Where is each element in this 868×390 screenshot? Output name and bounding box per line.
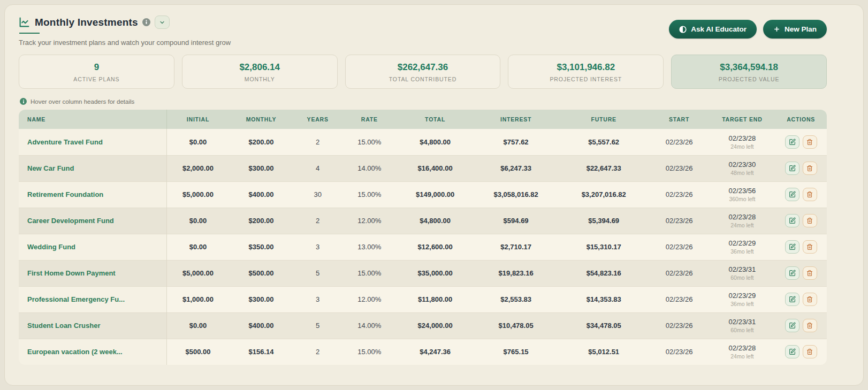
future-cell: $5,012.51 — [559, 339, 649, 365]
delete-plan-button[interactable] — [803, 293, 817, 306]
plan-name-link[interactable]: New Car Fund — [19, 155, 167, 181]
target-end-cell: 02/23/2824mo left — [709, 208, 775, 234]
stat-label: MONTHLY — [187, 76, 333, 82]
plan-name-link[interactable]: First Home Down Payment — [19, 260, 167, 286]
edit-plan-button[interactable] — [785, 162, 800, 175]
stat-value: $3,364,594.18 — [676, 62, 822, 73]
trash-icon — [806, 191, 813, 198]
pencil-square-icon — [789, 191, 796, 198]
total-cell: $16,400.00 — [397, 155, 474, 181]
column-header-total[interactable]: TOTAL — [397, 110, 474, 129]
ask-ai-educator-button[interactable]: Ask AI Educator — [669, 20, 757, 39]
column-header-rate[interactable]: RATE — [342, 110, 397, 129]
delete-plan-button[interactable] — [803, 162, 817, 175]
edit-plan-button[interactable] — [785, 240, 800, 254]
interest-cell: $2,553.83 — [474, 286, 559, 312]
rate-cell: 14.00% — [342, 155, 397, 181]
column-header-target-end[interactable]: TARGET END — [709, 110, 775, 129]
column-header-interest[interactable]: INTEREST — [474, 110, 559, 129]
total-cell: $4,800.00 — [397, 208, 474, 234]
delete-plan-button[interactable] — [803, 240, 817, 254]
start-cell: 02/23/26 — [649, 234, 710, 260]
years-cell: 5 — [293, 260, 342, 286]
total-cell: $4,247.36 — [397, 339, 474, 365]
pencil-square-icon — [789, 348, 796, 355]
plan-row: Retirement Foundation$5,000.00$400.00301… — [19, 181, 827, 208]
target-end-cell: 02/23/56360mo left — [709, 181, 775, 208]
column-header-start[interactable]: START — [649, 110, 710, 129]
edit-plan-button[interactable] — [785, 319, 800, 332]
actions-cell — [775, 129, 827, 155]
years-cell: 30 — [293, 181, 342, 208]
plan-name-link[interactable]: Professional Emergency Fu... — [19, 286, 167, 312]
delete-plan-button[interactable] — [803, 319, 817, 332]
actions-cell — [775, 181, 827, 208]
column-header-future[interactable]: FUTURE — [559, 110, 649, 129]
delete-plan-button[interactable] — [803, 135, 817, 149]
column-header-name[interactable]: NAME — [19, 110, 167, 129]
edit-plan-button[interactable] — [785, 188, 800, 201]
column-header-monthly[interactable]: MONTHLY — [229, 110, 294, 129]
future-cell: $54,823.16 — [559, 260, 649, 286]
plan-name-link[interactable]: Retirement Foundation — [19, 181, 167, 208]
collapse-section-button[interactable] — [155, 16, 170, 29]
line-chart-icon — [19, 17, 31, 28]
edit-plan-button[interactable] — [785, 135, 800, 149]
new-plan-button[interactable]: New Plan — [763, 20, 827, 39]
plus-icon — [773, 26, 780, 33]
start-cell: 02/23/26 — [649, 181, 710, 208]
monthly-cell: $200.00 — [229, 208, 294, 234]
delete-plan-button[interactable] — [803, 214, 817, 227]
plan-name-link[interactable]: Adventure Travel Fund — [19, 129, 167, 155]
trash-icon — [806, 217, 813, 224]
years-cell: 2 — [293, 208, 342, 234]
edit-plan-button[interactable] — [785, 266, 800, 280]
target-end-date: 02/23/31 — [713, 318, 771, 326]
column-header-actions[interactable]: ACTIONS — [775, 110, 827, 129]
plan-name-link[interactable]: Career Development Fund — [19, 208, 167, 234]
monthly-cell: $300.00 — [229, 155, 294, 181]
delete-plan-button[interactable] — [803, 188, 817, 201]
years-cell: 2 — [293, 339, 342, 365]
target-end-date: 02/23/29 — [713, 292, 771, 300]
time-left-label: 60mo left — [713, 327, 771, 333]
column-header-years[interactable]: YEARS — [293, 110, 342, 129]
trash-icon — [806, 139, 813, 146]
actions-cell — [775, 339, 827, 365]
target-end-cell: 02/23/2936mo left — [709, 234, 775, 260]
years-cell: 5 — [293, 312, 342, 339]
delete-plan-button[interactable] — [803, 345, 817, 358]
plan-row: Adventure Travel Fund$0.00$200.00215.00%… — [19, 129, 827, 155]
initial-cell: $5,000.00 — [167, 181, 229, 208]
pencil-square-icon — [789, 322, 796, 329]
start-cell: 02/23/26 — [649, 129, 710, 155]
column-header-initial[interactable]: INITIAL — [167, 110, 229, 129]
plan-name-link[interactable]: European vacation (2 week... — [19, 339, 167, 365]
title-info-icon[interactable] — [142, 18, 150, 26]
rate-cell: 15.00% — [342, 260, 397, 286]
edit-plan-button[interactable] — [785, 345, 800, 358]
monthly-cell: $300.00 — [229, 286, 294, 312]
total-cell: $24,000.00 — [397, 312, 474, 339]
delete-plan-button[interactable] — [803, 266, 817, 280]
plan-name-link[interactable]: Wedding Fund — [19, 234, 167, 260]
edit-plan-button[interactable] — [785, 214, 800, 227]
future-cell: $3,207,016.82 — [559, 181, 649, 208]
target-end-date: 02/23/31 — [713, 265, 771, 273]
hint-info-icon — [20, 98, 27, 105]
pencil-square-icon — [789, 139, 796, 146]
monthly-cell: $200.00 — [229, 129, 294, 155]
total-cell: $11,800.00 — [397, 286, 474, 312]
plan-row: First Home Down Payment$5,000.00$500.005… — [19, 260, 827, 286]
plan-name-link[interactable]: Student Loan Crusher — [19, 312, 167, 339]
title-underline — [19, 33, 40, 34]
ai-educator-icon — [679, 26, 687, 33]
stat-label: TOTAL CONTRIBUTED — [350, 76, 496, 82]
target-end-date: 02/23/28 — [713, 134, 771, 142]
time-left-label: 60mo left — [713, 274, 771, 281]
years-cell: 3 — [293, 234, 342, 260]
actions-cell — [775, 312, 827, 339]
edit-plan-button[interactable] — [785, 293, 800, 306]
interest-cell: $765.15 — [474, 339, 559, 365]
stat-label: ACTIVE PLANS — [24, 76, 170, 82]
